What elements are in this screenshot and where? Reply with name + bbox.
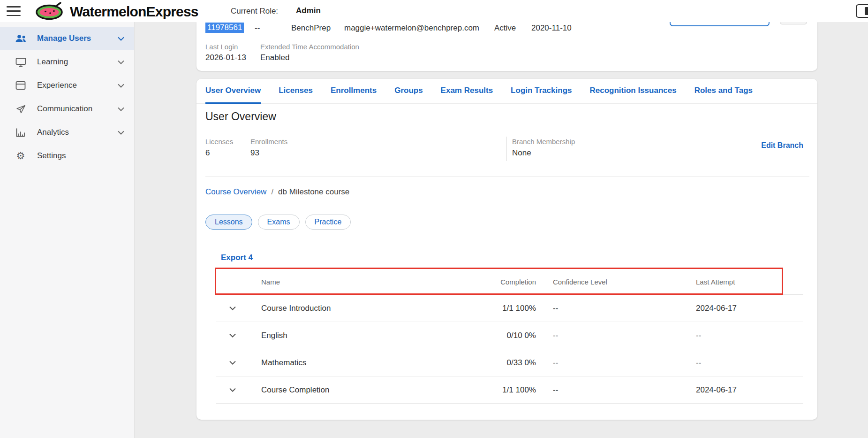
cell-completion: 0/10 0% [438, 331, 536, 340]
user-email: maggie+watermelon@benchprep.com [344, 23, 479, 33]
cell-last-attempt: -- [695, 331, 803, 340]
tab-recognition-issuances[interactable]: Recognition Issuances [589, 79, 676, 104]
brand-logo[interactable]: WatermelonExpress [34, 1, 198, 22]
last-login-value: 2026-01-13 [205, 53, 246, 62]
tab-licenses[interactable]: Licenses [279, 79, 313, 104]
sidebar-item-settings[interactable]: ⚙ Settings [0, 144, 134, 168]
gear-icon: ⚙ [15, 151, 27, 161]
breadcrumb: Course Overview / db Milestone course [205, 187, 349, 197]
user-id-value: 11978561 [205, 23, 244, 33]
table-row: Mathematics 0/33 0% -- -- [216, 349, 803, 377]
sidebar-item-manage-users[interactable]: Manage Users [0, 27, 134, 50]
cell-name: Course Introduction [252, 304, 438, 313]
edit-branch-link[interactable]: Edit Branch [761, 141, 803, 150]
sidebar-item-label: Analytics [37, 128, 69, 137]
user-detail-card: User Overview Licenses Enrollments Group… [196, 79, 817, 420]
tab-groups[interactable]: Groups [394, 79, 423, 104]
table-row: Course Completion 1/1 100% -- 2024-06-17 [216, 377, 803, 404]
sidebar-item-analytics[interactable]: Analytics [0, 121, 134, 144]
table-row: Course Introduction 1/1 100% -- 2024-06-… [216, 295, 803, 322]
cell-name: Mathematics [252, 358, 438, 368]
row-expand-chevron-down-icon[interactable] [227, 385, 238, 395]
tab-login-trackings[interactable]: Login Trackings [511, 79, 572, 104]
sidebar-item-label: Learning [37, 57, 68, 67]
brand-title: WatermelonExpress [70, 4, 198, 20]
window-icon [15, 81, 27, 90]
table-row: English 0/10 0% -- -- [216, 322, 803, 349]
current-role-value: Admin [296, 6, 321, 15]
cell-completion: 1/1 100% [438, 304, 536, 313]
tab-enrollments[interactable]: Enrollments [331, 79, 377, 104]
cell-completion: 0/33 0% [438, 358, 536, 368]
clipped-secondary-button[interactable] [780, 22, 807, 24]
header-completion: Completion [438, 278, 536, 286]
stat-enrollments: Enrollments 93 [250, 138, 287, 158]
licenses-value: 6 [205, 148, 233, 158]
sidebar-item-label: Communication [37, 104, 92, 114]
branch-membership-value: None [512, 148, 575, 158]
breadcrumb-separator: / [271, 187, 273, 197]
licenses-label: Licenses [205, 138, 233, 146]
course-overview-link[interactable]: Course Overview [205, 187, 266, 197]
sidebar: Manage Users Learning Experience [0, 22, 135, 438]
extended-time-value: Enabled [260, 53, 289, 62]
extended-time-label: Extended Time Accommodation [260, 43, 359, 51]
stats-vertical-divider [506, 137, 507, 161]
filter-lessons[interactable]: Lessons [205, 215, 252, 230]
row-expand-chevron-down-icon[interactable] [227, 303, 238, 314]
cell-completion: 1/1 100% [438, 385, 536, 395]
chevron-down-icon [118, 84, 124, 88]
sidebar-item-label: Manage Users [37, 34, 91, 43]
cell-last-attempt: 2024-06-17 [695, 304, 803, 313]
filter-practice[interactable]: Practice [305, 215, 351, 230]
chevron-down-icon [118, 60, 124, 64]
cell-name: Course Completion [252, 385, 438, 395]
last-login-label: Last Login [205, 43, 238, 51]
row-expand-chevron-down-icon[interactable] [227, 330, 238, 341]
filter-exams[interactable]: Exams [258, 215, 300, 230]
cell-confidence: -- [536, 385, 695, 395]
section-divider [205, 176, 809, 177]
sidebar-item-communication[interactable]: Communication [0, 97, 134, 121]
chevron-down-icon [118, 131, 124, 135]
sidebar-item-label: Settings [37, 151, 66, 161]
sidebar-item-experience[interactable]: Experience [0, 74, 134, 97]
tab-exam-results[interactable]: Exam Results [441, 79, 493, 104]
topbar: WatermelonExpress Current Role: Admin [0, 0, 868, 22]
branch-membership-label: Branch Membership [512, 138, 575, 146]
chevron-down-icon [118, 37, 124, 41]
user-organization: BenchPrep [291, 23, 331, 33]
tab-bar: User Overview Licenses Enrollments Group… [196, 79, 817, 104]
row-expand-chevron-down-icon[interactable] [227, 358, 238, 368]
cell-confidence: -- [536, 331, 695, 340]
header-last-attempt: Last Attempt [695, 278, 803, 286]
stat-licenses: Licenses 6 [205, 138, 233, 158]
monitor-icon [15, 57, 27, 67]
tab-user-overview[interactable]: User Overview [205, 79, 261, 104]
cell-confidence: -- [536, 304, 695, 313]
header-confidence-level: Confidence Level [536, 278, 695, 286]
main-content: 11978561 -- BenchPrep maggie+watermelon@… [135, 22, 868, 438]
user-summary-card: 11978561 -- BenchPrep maggie+watermelon@… [196, 22, 817, 71]
current-role-label: Current Role: [231, 7, 278, 16]
sidebar-item-label: Experience [37, 81, 77, 90]
cell-last-attempt: -- [695, 358, 803, 368]
sidebar-item-learning[interactable]: Learning [0, 50, 134, 74]
watermelon-logo-icon [34, 1, 67, 22]
enrollments-label: Enrollments [250, 138, 287, 146]
export-link[interactable]: Export 4 [221, 253, 253, 262]
table-header-row: Name Completion Confidence Level Last At… [216, 269, 803, 295]
breadcrumb-current: db Milestone course [278, 187, 349, 197]
hamburger-menu-icon[interactable] [7, 6, 21, 16]
cell-name: English [252, 331, 438, 340]
profile-icon[interactable] [856, 4, 868, 18]
stat-branch-membership: Branch Membership None [512, 138, 575, 158]
chevron-down-icon [118, 107, 124, 111]
user-status: Active [494, 23, 516, 33]
users-icon [15, 34, 27, 43]
tab-roles-and-tags[interactable]: Roles and Tags [694, 79, 753, 104]
filter-pill-bar: Lessons Exams Practice [205, 215, 351, 230]
enrollments-value: 93 [250, 148, 287, 158]
paper-plane-icon [15, 104, 27, 114]
clipped-primary-button[interactable] [670, 22, 770, 26]
